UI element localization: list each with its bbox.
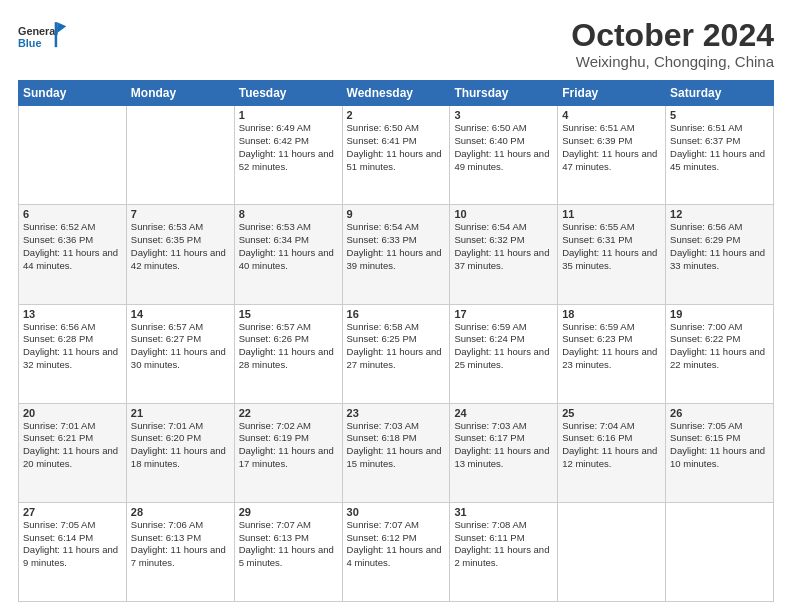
cell-details: Sunrise: 6:57 AM Sunset: 6:27 PM Dayligh… — [131, 321, 230, 372]
cell-details: Sunrise: 6:59 AM Sunset: 6:24 PM Dayligh… — [454, 321, 553, 372]
cell-details: Sunrise: 6:59 AM Sunset: 6:23 PM Dayligh… — [562, 321, 661, 372]
cell-details: Sunrise: 7:03 AM Sunset: 6:18 PM Dayligh… — [347, 420, 446, 471]
calendar-cell: 16Sunrise: 6:58 AM Sunset: 6:25 PM Dayli… — [342, 304, 450, 403]
day-number: 19 — [670, 308, 769, 320]
cell-details: Sunrise: 7:00 AM Sunset: 6:22 PM Dayligh… — [670, 321, 769, 372]
cell-details: Sunrise: 6:54 AM Sunset: 6:33 PM Dayligh… — [347, 221, 446, 272]
calendar-cell: 23Sunrise: 7:03 AM Sunset: 6:18 PM Dayli… — [342, 403, 450, 502]
calendar-cell: 20Sunrise: 7:01 AM Sunset: 6:21 PM Dayli… — [19, 403, 127, 502]
cell-details: Sunrise: 7:01 AM Sunset: 6:20 PM Dayligh… — [131, 420, 230, 471]
day-number: 8 — [239, 208, 338, 220]
day-number: 6 — [23, 208, 122, 220]
calendar-week-5: 27Sunrise: 7:05 AM Sunset: 6:14 PM Dayli… — [19, 502, 774, 601]
svg-text:Blue: Blue — [18, 37, 41, 49]
cell-details: Sunrise: 6:56 AM Sunset: 6:29 PM Dayligh… — [670, 221, 769, 272]
day-number: 26 — [670, 407, 769, 419]
svg-marker-2 — [57, 22, 66, 33]
title-area: October 2024 Weixinghu, Chongqing, China — [571, 18, 774, 70]
day-number: 30 — [347, 506, 446, 518]
day-number: 9 — [347, 208, 446, 220]
day-number: 27 — [23, 506, 122, 518]
calendar-cell: 2Sunrise: 6:50 AM Sunset: 6:41 PM Daylig… — [342, 106, 450, 205]
day-number: 10 — [454, 208, 553, 220]
day-number: 23 — [347, 407, 446, 419]
page: General Blue October 2024 Weixinghu, Cho… — [0, 0, 792, 612]
day-number: 25 — [562, 407, 661, 419]
cell-details: Sunrise: 6:58 AM Sunset: 6:25 PM Dayligh… — [347, 321, 446, 372]
cell-details: Sunrise: 7:03 AM Sunset: 6:17 PM Dayligh… — [454, 420, 553, 471]
calendar-cell — [19, 106, 127, 205]
calendar-cell: 12Sunrise: 6:56 AM Sunset: 6:29 PM Dayli… — [666, 205, 774, 304]
header-sunday: Sunday — [19, 81, 127, 106]
cell-details: Sunrise: 6:53 AM Sunset: 6:34 PM Dayligh… — [239, 221, 338, 272]
calendar-cell: 19Sunrise: 7:00 AM Sunset: 6:22 PM Dayli… — [666, 304, 774, 403]
cell-details: Sunrise: 6:51 AM Sunset: 6:39 PM Dayligh… — [562, 122, 661, 173]
day-number: 21 — [131, 407, 230, 419]
day-number: 3 — [454, 109, 553, 121]
cell-details: Sunrise: 7:02 AM Sunset: 6:19 PM Dayligh… — [239, 420, 338, 471]
calendar-cell: 4Sunrise: 6:51 AM Sunset: 6:39 PM Daylig… — [558, 106, 666, 205]
cell-details: Sunrise: 6:52 AM Sunset: 6:36 PM Dayligh… — [23, 221, 122, 272]
cell-details: Sunrise: 6:49 AM Sunset: 6:42 PM Dayligh… — [239, 122, 338, 173]
cell-details: Sunrise: 7:04 AM Sunset: 6:16 PM Dayligh… — [562, 420, 661, 471]
day-number: 14 — [131, 308, 230, 320]
calendar-cell: 26Sunrise: 7:05 AM Sunset: 6:15 PM Dayli… — [666, 403, 774, 502]
calendar-cell: 22Sunrise: 7:02 AM Sunset: 6:19 PM Dayli… — [234, 403, 342, 502]
calendar-cell: 9Sunrise: 6:54 AM Sunset: 6:33 PM Daylig… — [342, 205, 450, 304]
cell-details: Sunrise: 6:54 AM Sunset: 6:32 PM Dayligh… — [454, 221, 553, 272]
header-monday: Monday — [126, 81, 234, 106]
calendar-cell: 11Sunrise: 6:55 AM Sunset: 6:31 PM Dayli… — [558, 205, 666, 304]
day-number: 5 — [670, 109, 769, 121]
cell-details: Sunrise: 6:53 AM Sunset: 6:35 PM Dayligh… — [131, 221, 230, 272]
day-number: 12 — [670, 208, 769, 220]
calendar-week-4: 20Sunrise: 7:01 AM Sunset: 6:21 PM Dayli… — [19, 403, 774, 502]
day-number: 13 — [23, 308, 122, 320]
calendar-cell — [126, 106, 234, 205]
day-number: 18 — [562, 308, 661, 320]
calendar-cell: 1Sunrise: 6:49 AM Sunset: 6:42 PM Daylig… — [234, 106, 342, 205]
header: General Blue October 2024 Weixinghu, Cho… — [18, 18, 774, 70]
cell-details: Sunrise: 6:50 AM Sunset: 6:40 PM Dayligh… — [454, 122, 553, 173]
svg-rect-3 — [55, 22, 58, 47]
calendar-cell: 29Sunrise: 7:07 AM Sunset: 6:13 PM Dayli… — [234, 502, 342, 601]
calendar-cell: 24Sunrise: 7:03 AM Sunset: 6:17 PM Dayli… — [450, 403, 558, 502]
calendar-cell: 6Sunrise: 6:52 AM Sunset: 6:36 PM Daylig… — [19, 205, 127, 304]
calendar-cell: 8Sunrise: 6:53 AM Sunset: 6:34 PM Daylig… — [234, 205, 342, 304]
calendar-week-1: 1Sunrise: 6:49 AM Sunset: 6:42 PM Daylig… — [19, 106, 774, 205]
calendar-week-3: 13Sunrise: 6:56 AM Sunset: 6:28 PM Dayli… — [19, 304, 774, 403]
cell-details: Sunrise: 6:56 AM Sunset: 6:28 PM Dayligh… — [23, 321, 122, 372]
calendar-cell: 13Sunrise: 6:56 AM Sunset: 6:28 PM Dayli… — [19, 304, 127, 403]
day-number: 1 — [239, 109, 338, 121]
cell-details: Sunrise: 7:01 AM Sunset: 6:21 PM Dayligh… — [23, 420, 122, 471]
calendar-header-row: Sunday Monday Tuesday Wednesday Thursday… — [19, 81, 774, 106]
cell-details: Sunrise: 7:07 AM Sunset: 6:13 PM Dayligh… — [239, 519, 338, 570]
calendar-cell: 10Sunrise: 6:54 AM Sunset: 6:32 PM Dayli… — [450, 205, 558, 304]
day-number: 7 — [131, 208, 230, 220]
cell-details: Sunrise: 6:51 AM Sunset: 6:37 PM Dayligh… — [670, 122, 769, 173]
day-number: 22 — [239, 407, 338, 419]
calendar-cell: 7Sunrise: 6:53 AM Sunset: 6:35 PM Daylig… — [126, 205, 234, 304]
calendar-cell — [666, 502, 774, 601]
header-friday: Friday — [558, 81, 666, 106]
header-thursday: Thursday — [450, 81, 558, 106]
calendar-cell: 17Sunrise: 6:59 AM Sunset: 6:24 PM Dayli… — [450, 304, 558, 403]
cell-details: Sunrise: 6:50 AM Sunset: 6:41 PM Dayligh… — [347, 122, 446, 173]
calendar-cell: 3Sunrise: 6:50 AM Sunset: 6:40 PM Daylig… — [450, 106, 558, 205]
cell-details: Sunrise: 6:55 AM Sunset: 6:31 PM Dayligh… — [562, 221, 661, 272]
cell-details: Sunrise: 7:05 AM Sunset: 6:14 PM Dayligh… — [23, 519, 122, 570]
calendar-table: Sunday Monday Tuesday Wednesday Thursday… — [18, 80, 774, 602]
calendar-cell: 25Sunrise: 7:04 AM Sunset: 6:16 PM Dayli… — [558, 403, 666, 502]
day-number: 31 — [454, 506, 553, 518]
calendar-cell: 30Sunrise: 7:07 AM Sunset: 6:12 PM Dayli… — [342, 502, 450, 601]
day-number: 29 — [239, 506, 338, 518]
day-number: 16 — [347, 308, 446, 320]
day-number: 15 — [239, 308, 338, 320]
cell-details: Sunrise: 7:06 AM Sunset: 6:13 PM Dayligh… — [131, 519, 230, 570]
logo-icon: General Blue — [18, 18, 68, 58]
calendar-week-2: 6Sunrise: 6:52 AM Sunset: 6:36 PM Daylig… — [19, 205, 774, 304]
calendar-cell — [558, 502, 666, 601]
day-number: 17 — [454, 308, 553, 320]
cell-details: Sunrise: 7:08 AM Sunset: 6:11 PM Dayligh… — [454, 519, 553, 570]
calendar-cell: 5Sunrise: 6:51 AM Sunset: 6:37 PM Daylig… — [666, 106, 774, 205]
day-number: 11 — [562, 208, 661, 220]
